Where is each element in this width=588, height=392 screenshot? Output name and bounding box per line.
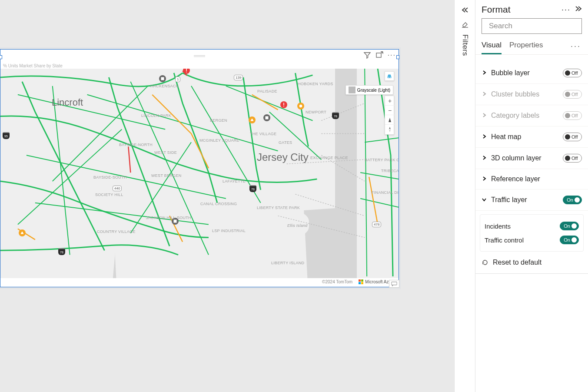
card-label: 3D column layer	[491, 154, 563, 162]
map-neighborhood-label: FINANCIAL DISTRICT	[372, 190, 399, 195]
traffic-incident-icon[interactable]	[263, 114, 270, 121]
svg-point-1	[299, 105, 302, 107]
svg-point-5	[388, 77, 389, 78]
more-options-icon[interactable]: ···	[388, 51, 396, 59]
map-neighborhood-label: LIBERTY STATE PARK	[257, 206, 300, 210]
toggle-category-labels: Off	[563, 111, 582, 120]
format-pane-title: Format	[482, 4, 511, 15]
zoom-in-button[interactable]: +	[385, 96, 395, 106]
chevron-right-icon	[482, 133, 488, 141]
map-neighborhood-label: COUNTRY VILLAGE	[97, 229, 136, 234]
comment-button[interactable]	[389, 280, 399, 288]
map-neighborhood-label: BAYSIDE-NORTH	[119, 143, 153, 147]
compass-button[interactable]	[385, 125, 395, 134]
svg-rect-4	[161, 77, 164, 80]
card-label: Cluster bubbles	[491, 90, 563, 98]
reset-label: Reset to default	[493, 259, 541, 266]
tabs-more-icon[interactable]: ···	[571, 42, 582, 51]
focus-mode-icon[interactable]	[375, 51, 383, 59]
map-zoom-controls: + −	[385, 96, 394, 135]
toggle-incidents[interactable]: On	[560, 222, 579, 230]
interstate-shield: 78	[58, 248, 65, 255]
more-options-icon[interactable]: ···	[561, 5, 571, 14]
map-visual-container[interactable]: ··· % Units Market Share by State	[0, 49, 399, 287]
chevron-right-icon	[482, 112, 488, 120]
format-pane: Format ··· Visual Properties ··· Bubble …	[475, 0, 588, 392]
traffic-incident-icon[interactable]	[159, 75, 166, 82]
filters-label[interactable]: Filters	[461, 34, 469, 56]
map-neighborhood-label: JACKSON HILL-SOUTH	[146, 216, 191, 220]
map-neighborhood-label: LAFAYETTE	[223, 179, 246, 183]
card-label: Traffic layer	[491, 196, 563, 204]
visual-header: ···	[0, 50, 399, 63]
route-shield: 139	[234, 75, 243, 80]
reset-to-default-button[interactable]: Reset to default	[475, 252, 588, 274]
svg-rect-0	[376, 53, 381, 57]
map-neighborhood-label: SOCIETY HILL	[95, 193, 123, 197]
map-traffic-toggle-button[interactable]	[385, 71, 394, 81]
toggle-heat-map[interactable]: Off	[563, 133, 582, 141]
map-neighborhood-label: WEST SIDE	[154, 150, 177, 155]
toggle-traffic-layer[interactable]: On	[563, 196, 582, 204]
collapse-pane-icon[interactable]	[575, 6, 582, 13]
map-style-label: Grayscale (Light)	[357, 88, 390, 93]
resize-handle[interactable]	[396, 55, 399, 59]
map-neighborhood-label: BATTERY PARK CITY	[365, 158, 399, 162]
interstate-shield: 95	[3, 132, 10, 139]
chevron-right-icon	[482, 90, 488, 98]
toggle-bubble-layer[interactable]: Off	[563, 69, 582, 77]
map-neighborhood-label: LSP INDUSTRIAL	[212, 229, 246, 233]
expand-filters-icon[interactable]	[461, 6, 469, 15]
map-city-label: Lincroft	[52, 97, 83, 108]
filter-icon[interactable]	[363, 51, 371, 59]
card-3d-column-layer[interactable]: 3D column layer Off	[475, 148, 588, 169]
card-cluster-bubbles: Cluster bubbles Off	[475, 84, 588, 105]
sub-label-traffic-control: Traffic control	[485, 236, 524, 244]
resize-handle[interactable]	[0, 55, 2, 59]
card-label: Heat map	[491, 133, 563, 141]
pitch-button[interactable]	[385, 115, 395, 125]
report-canvas[interactable]: ··· % Units Market Share by State	[0, 0, 454, 392]
map-neighborhood-label: WEST BERGEN	[151, 173, 182, 178]
tab-visual[interactable]: Visual	[482, 38, 502, 54]
map-neighborhood-label: MCGINLEY SQUARE	[199, 138, 239, 143]
traffic-incident-icon[interactable]	[297, 103, 304, 110]
traffic-incident-icon[interactable]	[19, 229, 26, 236]
style-swatch-icon	[349, 86, 355, 93]
chevron-right-icon	[482, 154, 488, 162]
map-island-label: Ellis Island	[287, 223, 308, 228]
zoom-out-button[interactable]: −	[385, 106, 395, 115]
toggle-cluster-bubbles: Off	[563, 90, 582, 99]
traffic-incident-icon[interactable]	[249, 116, 256, 123]
svg-rect-3	[174, 220, 176, 223]
drag-handle-icon[interactable]	[194, 55, 205, 57]
svg-rect-2	[266, 116, 268, 119]
route-shield: 478	[372, 222, 381, 227]
toggle-3d-column-layer[interactable]: Off	[563, 154, 582, 163]
azure-map[interactable]: 1 139 440 478 78 78 78 95 Jersey City Li…	[0, 69, 399, 285]
toggle-traffic-control[interactable]: On	[560, 236, 579, 244]
map-attribution-bar: ©2024 TomTom Microsoft Azure	[0, 278, 399, 285]
clear-filters-icon[interactable]	[462, 21, 468, 30]
search-input[interactable]	[488, 21, 582, 31]
svg-rect-7	[392, 282, 397, 285]
map-neighborhood-label: PALISADE	[257, 89, 277, 93]
traffic-layer-subcard: Incidents On Traffic control On	[480, 214, 584, 252]
map-neighborhood-label: TRIBECA	[381, 169, 399, 173]
chevron-down-icon	[482, 196, 488, 204]
map-neighborhood-label: GATES	[279, 140, 292, 145]
card-bubble-layer[interactable]: Bubble layer Off	[475, 63, 588, 84]
map-neighborhood-label: NEWPORT	[306, 110, 326, 114]
format-cards-list: Bubble layer Off Cluster bubbles Off Cat…	[475, 55, 588, 274]
map-style-picker[interactable]: Grayscale (Light)	[345, 85, 393, 95]
format-search-box[interactable]	[482, 18, 582, 34]
map-island-label: LIBERTY ISLAND	[271, 261, 304, 265]
map-attribution: ©2024 TomTom	[322, 279, 352, 284]
card-heat-map[interactable]: Heat map Off	[475, 126, 588, 148]
card-traffic-layer[interactable]: Traffic layer On	[475, 189, 588, 211]
chevron-right-icon	[482, 69, 488, 77]
map-neighborhood-label: CANAL CROSSING	[200, 202, 237, 206]
card-reference-layer[interactable]: Reference layer	[475, 169, 588, 189]
traffic-incident-icon[interactable]	[280, 101, 287, 108]
tab-properties[interactable]: Properties	[509, 38, 543, 54]
